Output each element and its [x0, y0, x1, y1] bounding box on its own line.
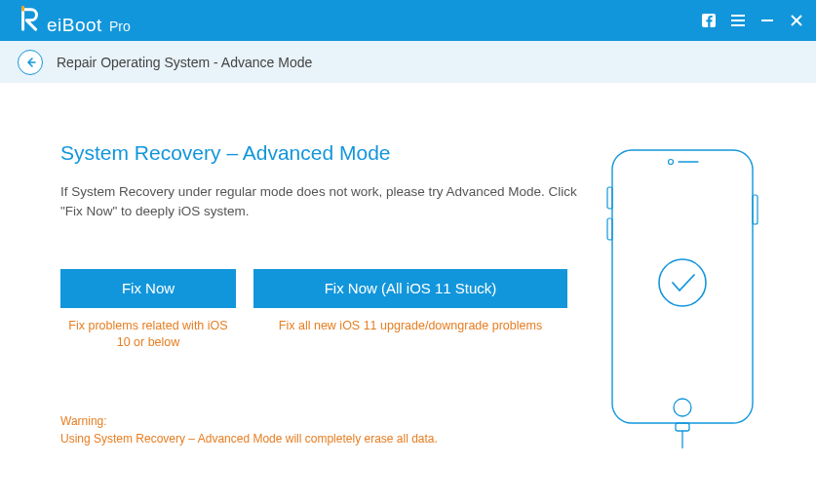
right-panel: [600, 141, 765, 448]
svg-rect-13: [607, 218, 612, 240]
svg-rect-0: [21, 6, 24, 12]
page-description: If System Recovery under regular mode do…: [60, 182, 580, 222]
left-panel: System Recovery – Advanced Mode If Syste…: [60, 141, 580, 448]
reiboot-logo-icon: [18, 6, 43, 31]
fix-now-ios11-button[interactable]: Fix Now (All iOS 11 Stuck): [253, 269, 567, 308]
menu-icon[interactable]: [730, 13, 746, 28]
content-area: System Recovery – Advanced Mode If Syste…: [0, 83, 816, 458]
warning-text: Using System Recovery – Advanced Mode wi…: [60, 430, 580, 447]
svg-rect-16: [676, 423, 689, 431]
facebook-icon[interactable]: [701, 13, 717, 28]
svg-point-9: [669, 160, 674, 165]
fix-now-ios11-caption: Fix all new iOS 11 upgrade/downgrade pro…: [253, 318, 567, 352]
app-suffix: Pro: [109, 19, 131, 34]
fix-now-button[interactable]: Fix Now: [60, 269, 236, 308]
titlebar: eiBoot Pro: [0, 0, 816, 41]
app-logo: eiBoot Pro: [18, 6, 131, 36]
warning-block: Warning: Using System Recovery – Advance…: [60, 412, 580, 447]
close-button[interactable]: [789, 13, 804, 28]
warning-label: Warning:: [60, 412, 580, 430]
svg-point-11: [674, 399, 691, 416]
button-row: Fix Now Fix Now (All iOS 11 Stuck): [60, 269, 580, 308]
svg-rect-12: [607, 187, 612, 209]
app-name: eiBoot: [47, 15, 102, 36]
titlebar-controls: [701, 13, 804, 28]
back-button[interactable]: [18, 50, 43, 75]
phone-illustration: [604, 146, 760, 448]
fix-now-caption: Fix problems related with iOS 10 or belo…: [60, 318, 236, 352]
svg-point-15: [659, 259, 706, 306]
page-heading: System Recovery – Advanced Mode: [60, 141, 580, 165]
svg-rect-14: [753, 195, 758, 224]
breadcrumb-bar: Repair Operating System - Advance Mode: [0, 41, 816, 83]
breadcrumb-text: Repair Operating System - Advance Mode: [57, 55, 312, 70]
minimize-button[interactable]: [759, 13, 775, 28]
caption-row: Fix problems related with iOS 10 or belo…: [60, 318, 580, 352]
